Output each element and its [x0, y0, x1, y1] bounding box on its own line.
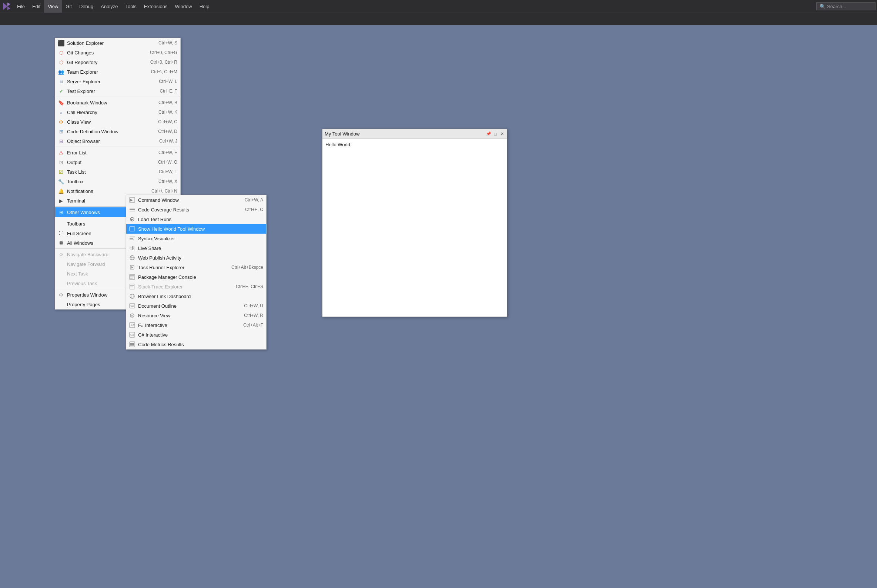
svg-point-16 — [132, 249, 134, 250]
bookmark-window-label: Bookmark Window — [67, 100, 151, 105]
menu-team-explorer[interactable]: 👥 Team Explorer Ctrl+\, Ctrl+M — [55, 67, 180, 76]
menu-help[interactable]: Help — [196, 0, 213, 13]
menu-live-share[interactable]: Live Share — [126, 243, 266, 253]
menu-git-repository[interactable]: ⬡ Git Repository Ctrl+0, Ctrl+R — [55, 57, 180, 67]
menu-analyze[interactable]: Analyze — [97, 0, 121, 13]
menu-solution-explorer[interactable]: ⬛ Solution Explorer Ctrl+W, S — [55, 38, 180, 48]
menu-load-test-runs[interactable]: ▶ Load Test Runs — [126, 214, 266, 224]
search-box[interactable]: 🔍 Search... — [816, 2, 876, 10]
menu-debug[interactable]: Debug — [75, 0, 97, 13]
property-pages-icon — [57, 301, 65, 308]
menu-toolbox[interactable]: 🔧 Toolbox Ctrl+W, X — [55, 177, 180, 186]
menu-fsharp-interactive[interactable]: F# F# Interactive Ctrl+Alt+F — [126, 320, 266, 330]
browser-link-label: Browser Link Dashboard — [138, 294, 263, 299]
menu-stack-trace[interactable]: Stack Trace Explorer Ctrl+E, Ctrl+S — [126, 282, 266, 291]
search-icon: 🔍 — [820, 4, 826, 9]
tool-window-content: Hello World — [322, 139, 507, 316]
menu-error-list[interactable]: ⚠ Error List Ctrl+W, E — [55, 148, 180, 158]
menu-git[interactable]: Git — [62, 0, 75, 13]
menu-syntax-visualizer[interactable]: Syntax Visualizer — [126, 234, 266, 243]
menu-code-metrics[interactable]: Code Metrics Results — [126, 339, 266, 349]
menu-task-list[interactable]: ☑ Task List Ctrl+W, T — [55, 167, 180, 177]
menu-resource-view[interactable]: R Resource View Ctrl+W, R — [126, 310, 266, 320]
syntax-visualizer-icon — [129, 235, 136, 242]
menu-bookmark-window[interactable]: 🔖 Bookmark Window Ctrl+W, B — [55, 98, 180, 107]
command-window-label: Command Window — [138, 197, 237, 203]
solution-explorer-shortcut: Ctrl+W, S — [159, 40, 177, 45]
tool-window-maximize-button[interactable]: □ — [493, 132, 498, 136]
code-definition-label: Code Definition Window — [67, 129, 151, 134]
tool-window-close-button[interactable]: ✕ — [499, 132, 505, 136]
git-changes-shortcut: Ctrl+0, Ctrl+G — [150, 50, 177, 55]
menu-class-view[interactable]: ⚙ Class View Ctrl+W, C — [55, 117, 180, 127]
show-hello-world-label: Show Hello World Tool Window — [138, 226, 263, 232]
next-task-icon — [57, 270, 65, 278]
properties-window-icon: ⚙ — [57, 291, 65, 298]
menu-web-publish[interactable]: Web Publish Activity — [126, 253, 266, 262]
menu-code-coverage[interactable]: Code Coverage Results Ctrl+E, C — [126, 205, 266, 214]
menu-view[interactable]: View — [44, 0, 62, 13]
menu-package-manager[interactable]: Package Manager Console — [126, 272, 266, 282]
class-view-label: Class View — [67, 119, 151, 125]
git-repository-icon: ⬡ — [57, 58, 65, 66]
output-icon: ⊡ — [57, 159, 65, 166]
menu-test-explorer[interactable]: ✔ Test Explorer Ctrl+E, T — [55, 86, 180, 96]
menu-show-hello-world[interactable]: Show Hello World Tool Window — [126, 224, 266, 234]
menu-document-outline[interactable]: Document Outline Ctrl+W, U — [126, 301, 266, 310]
git-repository-shortcut: Ctrl+0, Ctrl+R — [150, 60, 177, 65]
task-list-icon: ☑ — [57, 168, 65, 176]
task-runner-label: Task Runner Explorer — [138, 265, 224, 270]
svg-rect-46 — [130, 345, 134, 346]
csharp-interactive-label: C# Interactive — [138, 332, 263, 338]
svg-text:▶: ▶ — [130, 198, 133, 202]
tool-window: My Tool Window 📌 □ ✕ Hello World — [322, 129, 507, 317]
svg-rect-27 — [130, 278, 132, 279]
toolbox-icon: 🔧 — [57, 178, 65, 185]
class-view-shortcut: Ctrl+W, C — [158, 119, 177, 124]
svg-text:F#: F# — [131, 323, 135, 327]
menu-csharp-interactive[interactable]: C# C# Interactive — [126, 330, 266, 339]
team-explorer-label: Team Explorer — [67, 69, 144, 75]
task-list-label: Task List — [67, 169, 151, 175]
svg-rect-30 — [130, 286, 133, 287]
hello-world-text: Hello World — [325, 142, 350, 147]
menu-git-changes[interactable]: ⬡ Git Changes Ctrl+0, Ctrl+G — [55, 48, 180, 57]
menu-tools[interactable]: Tools — [122, 0, 140, 13]
svg-point-15 — [132, 246, 134, 248]
fsharp-interactive-label: F# Interactive — [138, 322, 236, 328]
menu-edit[interactable]: Edit — [28, 0, 44, 13]
menu-code-definition[interactable]: ⊞ Code Definition Window Ctrl+W, D — [55, 127, 180, 136]
svg-marker-2 — [7, 6, 10, 10]
all-windows-icon: ⊠ — [57, 239, 65, 247]
menubar: File Edit View Git Debug Analyze Tools E… — [0, 0, 877, 13]
class-view-icon: ⚙ — [57, 118, 65, 126]
task-list-shortcut: Ctrl+W, T — [159, 169, 177, 174]
fsharp-interactive-icon: F# — [129, 321, 136, 329]
svg-rect-35 — [131, 306, 134, 307]
live-share-icon — [129, 244, 136, 252]
menu-window[interactable]: Window — [171, 0, 195, 13]
tool-window-pin-button[interactable]: 📌 — [486, 132, 491, 136]
call-hierarchy-label: Call Hierarchy — [67, 110, 151, 115]
menu-object-browser[interactable]: ⊟ Object Browser Ctrl+W, J — [55, 136, 180, 146]
server-explorer-icon: 🖥 — [57, 78, 65, 85]
object-browser-icon: ⊟ — [57, 137, 65, 145]
menu-server-explorer[interactable]: 🖥 Server Explorer Ctrl+W, L — [55, 76, 180, 86]
code-metrics-label: Code Metrics Results — [138, 342, 263, 347]
svg-rect-10 — [130, 226, 135, 231]
svg-point-31 — [130, 294, 134, 298]
tool-window-titlebar: My Tool Window 📌 □ ✕ — [322, 129, 507, 139]
svg-text:R: R — [131, 314, 133, 317]
toolbar — [0, 13, 877, 25]
package-manager-icon — [129, 273, 136, 280]
menu-command-window[interactable]: ▶ Command Window Ctrl+W, A — [126, 195, 266, 205]
menu-call-hierarchy[interactable]: ⬦ Call Hierarchy Ctrl+W, K — [55, 107, 180, 117]
svg-rect-11 — [130, 237, 135, 237]
code-coverage-label: Code Coverage Results — [138, 207, 238, 213]
menu-file[interactable]: File — [13, 0, 28, 13]
svg-rect-26 — [130, 277, 134, 278]
menu-browser-link[interactable]: Browser Link Dashboard — [126, 291, 266, 301]
menu-task-runner[interactable]: Task Runner Explorer Ctrl+Alt+Bkspce — [126, 262, 266, 272]
menu-output[interactable]: ⊡ Output Ctrl+W, O — [55, 158, 180, 167]
menu-extensions[interactable]: Extensions — [140, 0, 171, 13]
